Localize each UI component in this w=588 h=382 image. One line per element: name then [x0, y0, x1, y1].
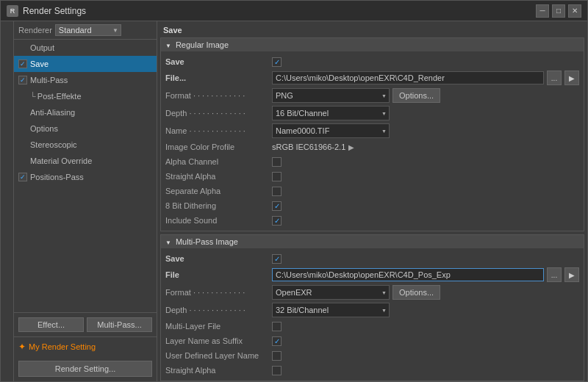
file-input[interactable]: [272, 71, 544, 84]
straight-alpha-label: Straight Alpha: [165, 172, 272, 181]
nav-items: Output ✓ Save ✓ Multi-Pass └ Post-Effekt…: [14, 40, 157, 312]
mp-straight-alpha-value: [272, 366, 579, 375]
mp-options-button[interactable]: Options...: [392, 285, 440, 300]
nav-item-positions-pass[interactable]: ✓ Positions-Pass: [14, 169, 157, 185]
mp-file-browse-button[interactable]: ...: [547, 267, 562, 282]
bit-dithering-label: 8 Bit Dithering: [165, 201, 272, 210]
minimize-button[interactable]: ─: [536, 4, 549, 18]
format-select[interactable]: PNGJPEGTIFOpenEXR: [272, 88, 390, 103]
app-icon: R: [7, 5, 18, 17]
renderer-select[interactable]: Standard Physical ProRender: [55, 24, 121, 36]
file-browse-button[interactable]: ...: [547, 71, 562, 85]
image-color-profile-row: Image Color Profile sRGB IEC61966-2.1 ▶: [165, 140, 579, 154]
include-sound-value: ✓: [272, 216, 579, 226]
multipass-checkbox: ✓: [18, 76, 27, 84]
regular-image-header[interactable]: Regular Image: [161, 38, 584, 51]
mp-straight-alpha-check[interactable]: [272, 366, 282, 375]
save-check[interactable]: ✓: [272, 57, 282, 67]
render-setting-button[interactable]: Render Setting...: [18, 361, 152, 377]
profile-value: sRGB IEC61966-2.1 ▶: [272, 143, 579, 151]
main-content: Renderer Standard Physical ProRender ▼ O…: [1, 21, 587, 381]
format-label: Format · · · · · · · · · · · ·: [165, 91, 272, 100]
multilayer-check[interactable]: [272, 322, 282, 331]
mp-file-arrow-button[interactable]: ▶: [564, 267, 579, 282]
nav-item-stereoscopic[interactable]: Stereoscopic: [14, 137, 157, 153]
depth-select[interactable]: 8 Bit/Channel16 Bit/Channel32 Bit/Channe…: [272, 106, 390, 120]
alpha-channel-label: Alpha Channel: [165, 157, 272, 166]
mp-save-check[interactable]: ✓: [272, 254, 282, 264]
image-color-profile-label: Image Color Profile: [165, 143, 272, 151]
maximize-button[interactable]: □: [552, 4, 565, 18]
mp-depth-label: Depth · · · · · · · · · · · · ·: [165, 306, 272, 314]
multipass-collapse-icon: [165, 237, 171, 246]
name-select[interactable]: Name0000.TIF: [272, 123, 390, 138]
multilayer-row: Multi-Layer File: [165, 319, 579, 334]
sidebar: Renderer Standard Physical ProRender ▼ O…: [14, 21, 157, 381]
file-row: File... ... ▶: [165, 69, 579, 87]
profile-arrow[interactable]: ▶: [348, 143, 354, 151]
multipass-image-header[interactable]: Multi-Pass Image: [161, 235, 584, 248]
multilayer-label: Multi-Layer File: [165, 322, 272, 331]
render-settings-window: R Render Settings ─ □ ✕ Renderer Standar…: [0, 0, 588, 382]
nav-item-anti-aliasing[interactable]: Anti-Aliasing: [14, 104, 157, 120]
include-sound-row: Include Sound ✓: [165, 213, 579, 228]
mp-depth-row: Depth · · · · · · · · · · · · · 8 Bit/Ch…: [165, 301, 579, 319]
positions-checkbox: ✓: [18, 173, 27, 181]
my-render-label: My Render Setting: [29, 342, 96, 351]
window-controls: ─ □ ✕: [536, 4, 581, 18]
right-panel: Save Regular Image Save ✓: [157, 21, 587, 381]
collapse-icon: [165, 40, 171, 49]
separate-alpha-value: [272, 187, 579, 196]
layer-name-suffix-label: Layer Name as Suffix: [165, 336, 272, 345]
file-value: ... ▶: [272, 71, 579, 85]
mp-depth-select[interactable]: 8 Bit/Channel16 Bit/Channel32 Bit/Channe…: [272, 303, 390, 317]
mp-file-value: ... ▶: [272, 267, 579, 282]
user-defined-label: User Defined Layer Name: [165, 351, 272, 360]
save-row: Save ✓: [165, 54, 579, 69]
user-defined-value: [272, 351, 579, 361]
nav-item-material-override[interactable]: Material Override: [14, 153, 157, 169]
mp-save-row: Save ✓: [165, 251, 579, 266]
include-sound-check[interactable]: ✓: [272, 216, 282, 226]
profile-text: sRGB IEC61966-2.1: [272, 143, 345, 151]
nav-item-output[interactable]: Output: [14, 40, 157, 56]
alpha-channel-check[interactable]: [272, 157, 282, 167]
nav-item-post-effekte[interactable]: └ Post-Effekte: [14, 88, 157, 104]
straight-alpha-check[interactable]: [272, 172, 282, 181]
alpha-channel-row: Alpha Channel: [165, 154, 579, 169]
format-value: PNGJPEGTIFOpenEXR Options...: [272, 88, 579, 103]
separate-alpha-check[interactable]: [272, 187, 282, 196]
format-options-button[interactable]: Options...: [392, 88, 440, 103]
regular-image-section: Regular Image Save ✓ File...: [160, 37, 584, 231]
bit-dithering-check[interactable]: ✓: [272, 201, 282, 211]
layer-name-suffix-value: ✓: [272, 336, 579, 346]
name-label: Name · · · · · · · · · · · · ·: [165, 126, 272, 135]
user-defined-row: User Defined Layer Name: [165, 348, 579, 363]
window-title: Render Settings: [23, 6, 536, 16]
depth-row: Depth · · · · · · · · · · · · · 8 Bit/Ch…: [165, 104, 579, 122]
file-arrow-button[interactable]: ▶: [564, 71, 579, 85]
mp-file-input[interactable]: [272, 268, 544, 281]
nav-item-save[interactable]: ✓ Save: [14, 56, 157, 72]
nav-item-multipass[interactable]: ✓ Multi-Pass: [14, 72, 157, 88]
layer-name-suffix-check[interactable]: ✓: [272, 336, 282, 346]
bit-dithering-row: 8 Bit Dithering ✓: [165, 198, 579, 213]
sidebar-bottom-buttons: Effect... Multi-Pass...: [14, 312, 157, 336]
user-defined-check[interactable]: [272, 351, 282, 361]
mp-file-row: File ... ▶: [165, 266, 579, 284]
multipass-button[interactable]: Multi-Pass...: [87, 317, 152, 332]
include-sound-label: Include Sound: [165, 216, 272, 225]
mp-format-row: Format · · · · · · · · · · · · PNGJPEGTI…: [165, 284, 579, 301]
nav-item-options[interactable]: Options: [14, 120, 157, 137]
bit-dithering-value: ✓: [272, 201, 579, 211]
effect-button[interactable]: Effect...: [18, 317, 84, 332]
mp-format-select[interactable]: PNGJPEGTIFOpenEXR: [272, 285, 390, 300]
save-value: ✓: [272, 57, 579, 67]
close-button[interactable]: ✕: [568, 4, 581, 18]
multipass-image-body: Save ✓ File ... ▶: [161, 248, 584, 381]
alpha-channel-value: [272, 157, 579, 167]
separate-alpha-row: Separate Alpha: [165, 184, 579, 198]
name-row: Name · · · · · · · · · · · · · Name0000.…: [165, 122, 579, 140]
panel-header: Save: [160, 24, 584, 36]
mp-save-value: ✓: [272, 254, 579, 264]
